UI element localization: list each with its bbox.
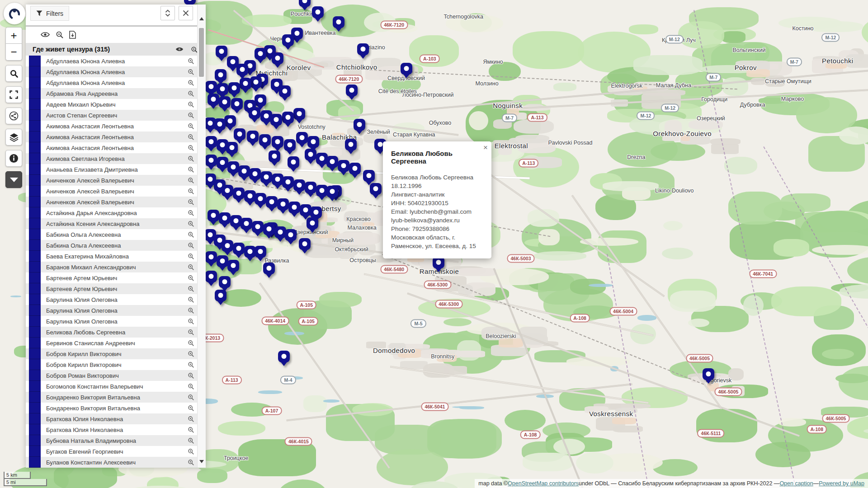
list-item[interactable]: Браткова Юлия Николаевна xyxy=(26,413,198,424)
umap-logo[interactable] xyxy=(4,3,25,24)
map-marker[interactable] xyxy=(279,85,291,101)
list-item[interactable]: Бобров Кирилл Викторович xyxy=(26,348,198,359)
close-panel-button[interactable] xyxy=(179,6,193,20)
map-marker[interactable] xyxy=(236,64,248,80)
map-marker[interactable] xyxy=(255,193,266,209)
list-item-zoom-button[interactable] xyxy=(188,199,194,205)
download-data-button[interactable] xyxy=(69,31,76,39)
list-item[interactable]: Баранов Михаил Александрович xyxy=(26,262,198,272)
map-marker[interactable] xyxy=(255,246,266,262)
map-marker[interactable] xyxy=(277,198,289,214)
list-item-zoom-button[interactable] xyxy=(188,221,194,227)
list-item-zoom-button[interactable] xyxy=(188,307,194,314)
list-item[interactable]: Аниченков Алексей Валерьевич xyxy=(26,186,198,197)
list-item-zoom-button[interactable] xyxy=(188,275,194,281)
filters-button[interactable]: Filters xyxy=(30,6,69,21)
datalayer-visibility-button[interactable] xyxy=(175,47,184,52)
layers-button[interactable] xyxy=(5,129,22,145)
map-marker[interactable] xyxy=(247,131,259,146)
list-item-zoom-button[interactable] xyxy=(188,394,194,400)
search-button[interactable] xyxy=(5,65,22,82)
list-item[interactable]: Бабкина Ольга Алексеевна xyxy=(26,229,198,240)
list-item[interactable]: Абдуллаева Юнона Алиевна xyxy=(26,66,198,77)
resize-panel-button[interactable] xyxy=(160,6,175,20)
map-marker[interactable] xyxy=(299,238,311,254)
list-item[interactable]: Астайкина Ксения Александровна xyxy=(26,218,198,229)
list-item-zoom-button[interactable] xyxy=(188,123,194,129)
list-item-zoom-button[interactable] xyxy=(188,69,194,75)
list-item[interactable]: Акимова Анастасия Леонтьевна xyxy=(26,121,198,131)
list-item[interactable]: Абрамова Яна Андреевна xyxy=(26,88,198,99)
map-marker[interactable] xyxy=(370,183,382,199)
list-item-zoom-button[interactable] xyxy=(188,134,194,140)
map-marker[interactable] xyxy=(249,107,260,123)
map-marker[interactable] xyxy=(205,251,217,267)
list-item-zoom-button[interactable] xyxy=(188,448,194,455)
list-item-zoom-button[interactable] xyxy=(188,405,194,411)
list-item-zoom-button[interactable] xyxy=(188,112,194,118)
list-item-zoom-button[interactable] xyxy=(188,351,194,357)
map-marker[interactable] xyxy=(240,78,251,94)
list-item-zoom-button[interactable] xyxy=(188,210,194,216)
map-marker[interactable] xyxy=(305,149,316,164)
list-item-zoom-button[interactable] xyxy=(188,286,194,292)
list-item-zoom-button[interactable] xyxy=(188,58,194,64)
zoom-out-button[interactable]: − xyxy=(5,44,22,61)
scroll-down-arrow-icon[interactable] xyxy=(199,460,204,463)
list-item[interactable]: Бобров Кирилл Викторович xyxy=(26,359,198,370)
map-marker[interactable] xyxy=(260,171,272,187)
map-marker[interactable] xyxy=(263,263,275,278)
map-marker[interactable] xyxy=(217,157,228,173)
map-marker[interactable] xyxy=(346,84,358,100)
map-marker[interactable] xyxy=(282,112,294,127)
map-marker[interactable] xyxy=(205,155,217,170)
list-item[interactable]: Акимова Светлана Игоревна xyxy=(26,153,198,164)
list-item[interactable]: Астайкина Дарья Александровна xyxy=(26,207,198,218)
map-marker[interactable] xyxy=(205,271,217,286)
list-item[interactable]: Акимова Анастасия Леонтьевна xyxy=(26,131,198,142)
map-marker[interactable] xyxy=(250,76,262,92)
zoom-to-data-button[interactable] xyxy=(56,31,63,38)
list-item-zoom-button[interactable] xyxy=(188,253,194,259)
list-item[interactable]: Барулина Юлия Олеговна xyxy=(26,305,198,316)
list-item[interactable]: Абдуллаева Юнона Алиевна xyxy=(26,77,198,88)
datalayer-header[interactable]: Где живет цензура (315) xyxy=(26,43,206,56)
list-item[interactable]: Ананьева Елизавета Дмитриевна xyxy=(26,164,198,175)
fullscreen-button[interactable] xyxy=(5,86,22,103)
map-marker[interactable] xyxy=(217,255,228,271)
map-marker[interactable] xyxy=(326,186,338,202)
map-marker[interactable] xyxy=(333,16,344,32)
map-marker[interactable] xyxy=(222,240,233,256)
list-item-zoom-button[interactable] xyxy=(188,416,194,422)
map-marker[interactable] xyxy=(228,82,240,98)
list-item[interactable]: Бартенев Артем Юрьевич xyxy=(26,283,198,294)
list-item[interactable]: Абдуллаева Юнона Алиевна xyxy=(26,56,198,66)
map-marker[interactable] xyxy=(357,43,369,59)
list-item-zoom-button[interactable] xyxy=(188,155,194,162)
osm-contributors-link[interactable]: OpenStreetMap contributors xyxy=(508,480,579,487)
map-marker[interactable] xyxy=(288,202,300,217)
map-marker[interactable] xyxy=(249,168,261,184)
list-item[interactable]: Беликова Любовь Сергеевна xyxy=(26,327,198,338)
list-item-zoom-button[interactable] xyxy=(188,145,194,151)
map-marker[interactable] xyxy=(282,34,294,50)
list-item-zoom-button[interactable] xyxy=(188,101,194,108)
list-item[interactable]: Бугаков Евгений Георгиевич xyxy=(26,446,198,457)
map-marker[interactable] xyxy=(219,96,231,112)
map-marker[interactable] xyxy=(326,156,338,172)
list-item-zoom-button[interactable] xyxy=(188,372,194,379)
map-marker[interactable] xyxy=(231,98,243,114)
list-item[interactable]: Богомолов Константин Валерьевич xyxy=(26,381,198,392)
list-item[interactable]: Бартенев Артем Юрьевич xyxy=(26,272,198,283)
map-marker[interactable] xyxy=(263,223,275,239)
map-marker[interactable] xyxy=(233,188,245,203)
list-item-zoom-button[interactable] xyxy=(188,231,194,238)
open-caption-link[interactable]: Open caption xyxy=(779,480,813,487)
zoom-in-button[interactable]: + xyxy=(5,27,22,44)
list-item[interactable]: Авдеев Михаил Юрьевич xyxy=(26,99,198,110)
list-item[interactable]: Браткова Юлия Николаевна xyxy=(26,424,198,435)
map-marker[interactable] xyxy=(233,243,245,258)
map-marker[interactable] xyxy=(215,290,226,305)
panel-scrollbar[interactable] xyxy=(197,5,206,468)
map-marker[interactable] xyxy=(269,150,280,166)
